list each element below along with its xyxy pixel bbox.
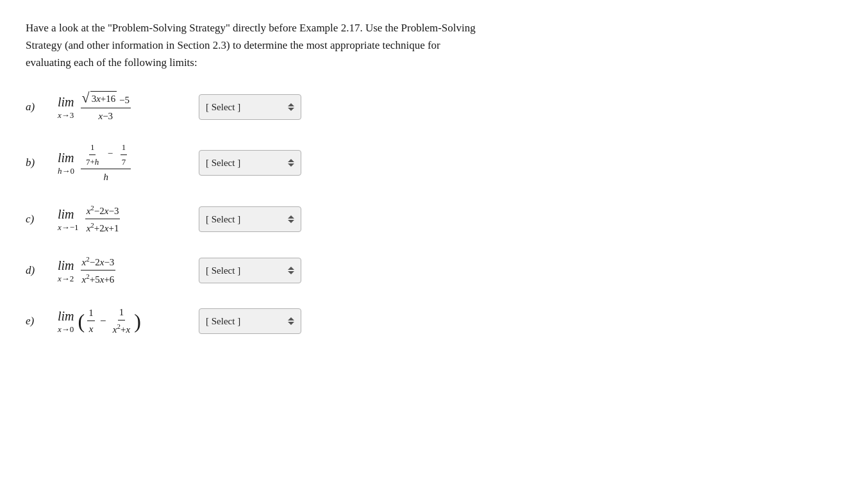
problem-row-a: a) lim x→3 √ 3x+16 −5 x−3 [ Select ] [26, 91, 842, 124]
intro-text: Have a look at the "Problem-Solving Stra… [26, 19, 487, 72]
close-paren-e: ) [134, 311, 141, 331]
label-b: b) [26, 154, 45, 171]
select-label-e: [ Select ] [206, 314, 281, 329]
label-d: d) [26, 262, 45, 279]
select-arrow-a [288, 103, 294, 111]
select-arrow-d [288, 267, 294, 274]
expr-b: lim h→0 1 7+h − 1 7 h [58, 141, 186, 185]
lim-sub-e: x→0 [58, 323, 74, 336]
problem-row-e: e) lim x→0 ( 1 x − 1 x2+x ) [ Select ] [26, 305, 842, 337]
select-label-d: [ Select ] [206, 263, 281, 278]
lim-sub-b: h→0 [58, 165, 74, 178]
lim-sub-a: x→3 [58, 109, 74, 122]
open-paren-e: ( [78, 311, 85, 331]
problem-row-d: d) lim x→2 x2−2x−3 x2+5x+6 [ Select ] [26, 254, 842, 287]
problem-row-b: b) lim h→0 1 7+h − 1 7 h [26, 141, 842, 185]
label-e: e) [26, 313, 45, 329]
select-d[interactable]: [ Select ] [199, 258, 301, 283]
expr-d: lim x→2 x2−2x−3 x2+5x+6 [58, 254, 186, 287]
label-a: a) [26, 99, 45, 115]
select-b[interactable]: [ Select ] [199, 150, 301, 176]
expr-e: lim x→0 ( 1 x − 1 x2+x ) [58, 305, 186, 337]
select-e[interactable]: [ Select ] [199, 308, 301, 334]
expr-a: lim x→3 √ 3x+16 −5 x−3 [58, 91, 186, 124]
select-arrow-c [288, 215, 294, 223]
select-arrow-b [288, 159, 294, 167]
lim-sub-c: x→−1 [58, 221, 79, 234]
problem-row-c: c) lim x→−1 x2−2x−3 x2+2x+1 [ Select ] [26, 203, 842, 236]
label-c: c) [26, 211, 45, 228]
select-label-a: [ Select ] [206, 100, 281, 115]
select-label-b: [ Select ] [206, 156, 281, 171]
lim-sub-d: x→2 [58, 272, 74, 285]
select-c[interactable]: [ Select ] [199, 206, 301, 232]
problem-list: a) lim x→3 √ 3x+16 −5 x−3 [ Select ] [26, 91, 842, 337]
select-a[interactable]: [ Select ] [199, 94, 301, 120]
expr-c: lim x→−1 x2−2x−3 x2+2x+1 [58, 203, 186, 236]
select-label-c: [ Select ] [206, 212, 281, 227]
select-arrow-e [288, 317, 294, 325]
